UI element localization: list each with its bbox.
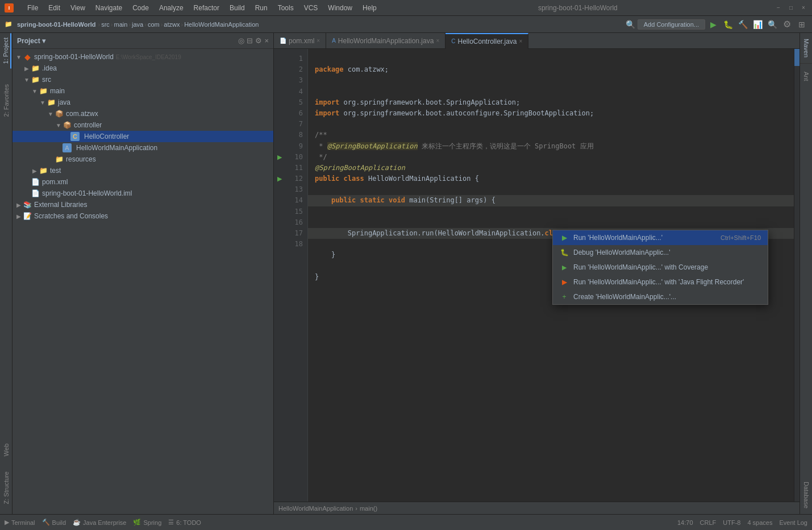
tree-item-test[interactable]: ▶ 📁 test bbox=[13, 165, 273, 176]
iml-icon: 📄 bbox=[31, 189, 40, 198]
ctx-run-item[interactable]: ▶ Run 'HelloWorldMainApplic...' Ctrl+Shi… bbox=[553, 230, 768, 245]
toggle-src[interactable]: ▼ bbox=[23, 77, 31, 83]
tree-item-pom[interactable]: 📄 pom.xml bbox=[13, 176, 273, 188]
side-tab-structure[interactable]: Z: Structure bbox=[2, 467, 11, 508]
collapse-icon[interactable]: ⊟ bbox=[247, 36, 253, 45]
gutter-12[interactable]: ▶ bbox=[274, 173, 285, 184]
menu-window[interactable]: Window bbox=[323, 3, 357, 13]
spring-icon: 🌿 bbox=[133, 519, 141, 526]
toggle-idea[interactable]: ▶ bbox=[23, 65, 31, 72]
locate-icon[interactable]: ◎ bbox=[238, 36, 244, 45]
tree-item-package-com[interactable]: ▼ 📦 com.atzwx bbox=[13, 108, 273, 119]
menu-analyze[interactable]: Analyze bbox=[155, 3, 188, 13]
gutter-10[interactable]: ▶ bbox=[274, 152, 285, 163]
tree-item-hello-world-main[interactable]: A HelloWorldMainApplication bbox=[13, 142, 273, 154]
toggle-ext-libs[interactable]: ▶ bbox=[15, 202, 23, 208]
close-button[interactable]: × bbox=[799, 4, 807, 12]
gutter-3 bbox=[274, 75, 285, 86]
tab-controller-close[interactable]: × bbox=[519, 38, 523, 44]
toggle-main[interactable]: ▼ bbox=[31, 88, 39, 94]
ctx-run-shortcut: Ctrl+Shift+F10 bbox=[721, 234, 761, 241]
breadcrumb-method[interactable]: main() bbox=[360, 505, 377, 512]
toggle-controller[interactable]: ▼ bbox=[55, 122, 63, 129]
bottom-tab-terminal[interactable]: ▶ Terminal bbox=[5, 519, 35, 526]
menu-edit[interactable]: Edit bbox=[44, 3, 65, 13]
ctx-debug-item[interactable]: 🐛 Debug 'HelloWorldMainApplic...' bbox=[553, 245, 768, 260]
gutter-4 bbox=[274, 86, 285, 97]
toggle-com[interactable]: ▼ bbox=[47, 111, 55, 117]
tree-item-resources[interactable]: 📁 resources bbox=[13, 154, 273, 165]
minimize-button[interactable]: − bbox=[774, 4, 782, 12]
ant-panel-tab[interactable]: Ant bbox=[801, 66, 812, 87]
tree-item-root[interactable]: ▼ ◆ spring-boot-01-HelloWorld E:\WorkSpa… bbox=[13, 51, 273, 63]
menu-tools[interactable]: Tools bbox=[273, 3, 298, 13]
toolbar-icons: ▶ 🐛 🔨 📊 🔍 ⚙ ⊞ bbox=[707, 19, 807, 30]
tab-hello-controller[interactable]: C HelloController.java × bbox=[445, 33, 528, 49]
tree-item-java[interactable]: ▼ 📁 java bbox=[13, 97, 273, 108]
line-endings[interactable]: CRLF bbox=[700, 519, 717, 526]
settings-toolbar-icon[interactable]: ⚙ bbox=[781, 19, 793, 30]
menu-build[interactable]: Build bbox=[225, 3, 249, 13]
cursor-position[interactable]: 14:70 bbox=[677, 519, 693, 526]
menu-vcs[interactable]: VCS bbox=[299, 3, 323, 13]
ctx-create-icon: + bbox=[560, 292, 569, 301]
breadcrumb-main-class[interactable]: HelloWorldMainApplication bbox=[278, 505, 353, 512]
maximize-button[interactable]: □ bbox=[787, 4, 795, 12]
bottom-tab-spring[interactable]: 🌿 Spring bbox=[133, 519, 161, 526]
tree-item-idea[interactable]: ▶ 📁 .idea bbox=[13, 63, 273, 74]
indent-info[interactable]: 4 spaces bbox=[747, 519, 772, 526]
ctx-coverage-item[interactable]: ▶ Run 'HelloWorldMainApplic...' with Cov… bbox=[553, 260, 768, 275]
bottom-tab-build[interactable]: 🔨 Build bbox=[42, 519, 66, 526]
menu-code[interactable]: Code bbox=[128, 3, 153, 13]
tree-item-hello-controller[interactable]: C HelloController bbox=[13, 131, 273, 142]
terminal-icon: ▶ bbox=[5, 519, 9, 526]
coverage-toolbar-icon[interactable]: 📊 bbox=[752, 19, 763, 30]
tab-hello-world-main[interactable]: A HelloWorldMainApplication.java × bbox=[326, 33, 445, 49]
scratches-icon: 📝 bbox=[23, 212, 32, 221]
tree-item-main[interactable]: ▼ 📁 main bbox=[13, 85, 273, 97]
ctx-create-item[interactable]: + Create 'HelloWorldMainApplic...'... bbox=[553, 289, 768, 304]
gutter-8 bbox=[274, 130, 285, 140]
encoding[interactable]: UTF-8 bbox=[723, 519, 740, 526]
tree-item-src[interactable]: ▼ 📁 src bbox=[13, 74, 273, 85]
add-configuration-button[interactable]: Add Configuration... bbox=[638, 19, 705, 30]
run-toolbar-icon[interactable]: ▶ bbox=[707, 19, 719, 30]
menu-run[interactable]: Run bbox=[251, 3, 272, 13]
scroll-thumb[interactable] bbox=[794, 49, 799, 66]
ctx-flight-item[interactable]: ▶ Run 'HelloWorldMainApplic...' with 'Ja… bbox=[553, 275, 768, 289]
tab-pom-xml[interactable]: 📄 pom.xml × bbox=[274, 33, 326, 49]
gear-icon[interactable]: ⚙ bbox=[255, 36, 262, 45]
menu-help[interactable]: Help bbox=[358, 3, 381, 13]
toggle-scratches[interactable]: ▶ bbox=[15, 213, 23, 220]
side-tab-project[interactable]: 1: Project bbox=[1, 33, 11, 68]
toggle-root[interactable]: ▼ bbox=[15, 54, 23, 60]
debug-toolbar-icon[interactable]: 🐛 bbox=[722, 19, 734, 30]
tree-item-scratches[interactable]: ▶ 📝 Scratches and Consoles bbox=[13, 210, 273, 222]
toggle-java[interactable]: ▼ bbox=[39, 100, 47, 106]
menu-navigate[interactable]: Navigate bbox=[91, 3, 127, 13]
close-panel-icon[interactable]: × bbox=[264, 36, 269, 45]
tree-item-controller[interactable]: ▼ 📦 controller bbox=[13, 119, 273, 131]
scroll-indicator[interactable] bbox=[794, 49, 799, 502]
bottom-tab-java-enterprise[interactable]: ☕ Java Enterprise bbox=[73, 519, 126, 526]
maven-panel-tab[interactable]: Maven bbox=[801, 33, 812, 63]
tab-main-close[interactable]: × bbox=[436, 38, 439, 44]
tab-pom-close[interactable]: × bbox=[317, 38, 320, 44]
tree-item-iml[interactable]: 📄 spring-boot-01-HelloWorld.iml bbox=[13, 188, 273, 199]
menu-file[interactable]: File bbox=[23, 3, 43, 13]
layout-toolbar-icon[interactable]: ⊞ bbox=[796, 19, 807, 30]
search-everywhere-icon[interactable]: 🔍 bbox=[626, 20, 635, 29]
menu-view[interactable]: View bbox=[66, 3, 90, 13]
database-panel-tab[interactable]: Database bbox=[801, 476, 812, 514]
search-toolbar-icon[interactable]: 🔍 bbox=[767, 19, 778, 30]
side-tab-favorites[interactable]: 2: Favorites bbox=[2, 80, 11, 121]
menu-refactor[interactable]: Refactor bbox=[189, 3, 224, 13]
context-menu: ▶ Run 'HelloWorldMainApplic...' Ctrl+Shi… bbox=[552, 230, 768, 305]
tree-item-ext-libs[interactable]: ▶ 📚 External Libraries bbox=[13, 199, 273, 210]
toggle-test[interactable]: ▶ bbox=[31, 168, 39, 174]
build-toolbar-icon[interactable]: 🔨 bbox=[737, 19, 748, 30]
event-log[interactable]: Event Log bbox=[779, 519, 807, 526]
ctx-run-label: Run 'HelloWorldMainApplic...' bbox=[573, 234, 716, 242]
side-tab-web[interactable]: Web bbox=[2, 439, 11, 461]
bottom-tab-todo[interactable]: ☰ 6: TODO bbox=[168, 519, 201, 526]
